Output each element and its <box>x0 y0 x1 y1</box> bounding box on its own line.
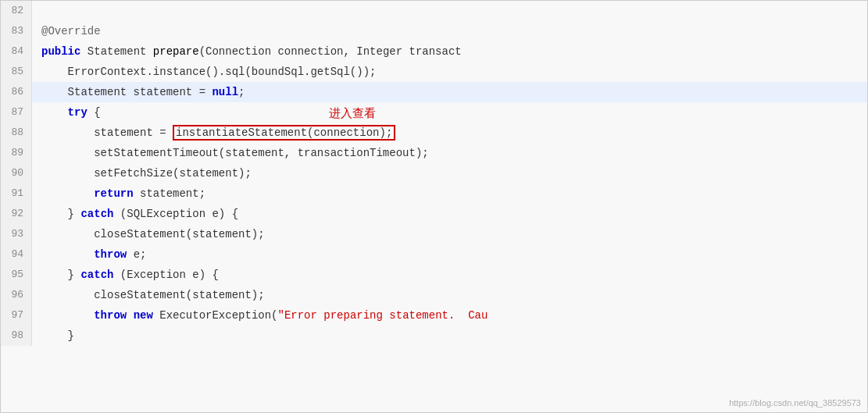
line-number-84: 84 <box>1 41 32 62</box>
line-number-96: 96 <box>1 285 32 305</box>
code-line-82: 82 <box>1 1 867 21</box>
line-content-83: @Override <box>32 21 867 41</box>
line-content-84: public Statement prepare(Connection conn… <box>32 41 867 62</box>
line-content-96: closeStatement(statement); <box>32 285 867 305</box>
line-number-89: 89 <box>1 143 32 163</box>
line-content-87: try { <box>32 102 867 123</box>
line-content-98: } <box>32 326 867 346</box>
line-number-93: 93 <box>1 224 32 244</box>
code-line-96: 96 closeStatement(statement); <box>1 285 867 305</box>
line-number-85: 85 <box>1 62 32 82</box>
watermark: https://blog.csdn.net/qq_38529573 <box>729 398 861 408</box>
line-number-82: 82 <box>1 1 32 21</box>
line-number-83: 83 <box>1 21 32 41</box>
code-line-90: 90 setFetchSize(statement); <box>1 163 867 183</box>
code-line-88: 88 statement = instantiateStatement(conn… <box>1 123 867 143</box>
code-line-84: 84 public Statement prepare(Connection c… <box>1 41 867 62</box>
line-number-94: 94 <box>1 244 32 265</box>
line-content-97: throw new ExecutorException("Error prepa… <box>32 305 867 326</box>
highlighted-method: instantiateStatement(connection); <box>173 125 395 141</box>
code-line-97: 97 throw new ExecutorException("Error pr… <box>1 305 867 326</box>
code-line-86: 86 Statement statement = null; <box>1 82 867 102</box>
line-number-87: 87 <box>1 102 32 123</box>
code-line-95: 95 } catch (Exception e) { <box>1 265 867 285</box>
line-number-95: 95 <box>1 265 32 285</box>
line-content-82 <box>32 1 867 21</box>
code-container: 82 83 @Override 84 public Statement prep… <box>0 0 868 413</box>
line-content-91: return statement; <box>32 183 867 204</box>
line-content-93: closeStatement(statement); <box>32 224 867 244</box>
line-content-92: } catch (SQLException e) { <box>32 204 867 224</box>
line-number-90: 90 <box>1 163 32 183</box>
line-number-92: 92 <box>1 204 32 224</box>
line-number-98: 98 <box>1 326 32 346</box>
code-line-89: 89 setStatementTimeout(statement, transa… <box>1 143 867 163</box>
line-content-94: throw e; <box>32 244 867 265</box>
code-line-87: 87 try { <box>1 102 867 123</box>
line-number-88: 88 <box>1 123 32 143</box>
code-line-94: 94 throw e; <box>1 244 867 265</box>
line-content-95: } catch (Exception e) { <box>32 265 867 285</box>
line-number-97: 97 <box>1 305 32 326</box>
line-number-86: 86 <box>1 82 32 102</box>
annotation-bubble: 进入查看 <box>329 106 376 121</box>
line-number-91: 91 <box>1 183 32 204</box>
line-content-88: statement = instantiateStatement(connect… <box>32 123 867 143</box>
line-content-90: setFetchSize(statement); <box>32 163 867 183</box>
line-content-85: ErrorContext.instance().sql(boundSql.get… <box>32 62 867 82</box>
code-line-91: 91 return statement; <box>1 183 867 204</box>
code-line-93: 93 closeStatement(statement); <box>1 224 867 244</box>
code-line-85: 85 ErrorContext.instance().sql(boundSql.… <box>1 62 867 82</box>
line-content-89: setStatementTimeout(statement, transacti… <box>32 143 867 163</box>
code-line-83: 83 @Override <box>1 21 867 41</box>
code-line-98: 98 } <box>1 326 867 346</box>
code-line-92: 92 } catch (SQLException e) { <box>1 204 867 224</box>
line-content-86: Statement statement = null; <box>32 82 867 102</box>
